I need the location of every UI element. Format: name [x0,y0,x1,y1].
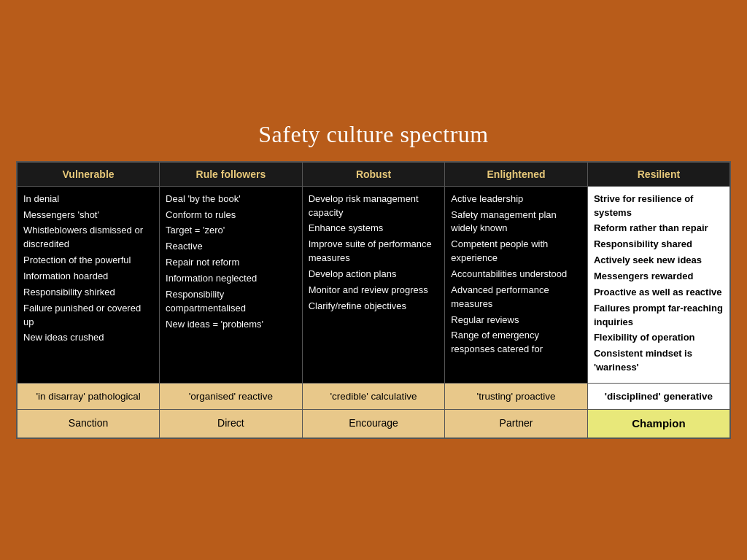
header-resilient: Resilient [587,162,730,187]
list-item: Clarify/refine objectives [309,300,439,314]
footer-enlightened: 'trusting' proactive [445,383,588,410]
list-item: Flexibility of operation [594,331,724,345]
list-item: Advanced performance measures [451,284,581,311]
main-content-row: In denialMessengers 'shot'Whistleblowers… [17,186,730,383]
list-item: Regular reviews [451,314,581,327]
list-item: Actively seek new ideas [594,254,724,268]
list-item: Protection of the powerful [23,254,153,268]
list-item: Failures prompt far-reaching inquiries [594,302,724,330]
list-item: Accountabilities understood [451,268,581,281]
sanction-enlightened: Partner [445,410,588,438]
list-item: Strive for resilience of systems [594,192,724,220]
header-enlightened: Enlightened [445,162,588,187]
main-container: Safety culture spectrum Vulnerable Rule … [16,121,731,439]
enlightened-column: Active leadershipSafety management plan … [445,186,588,383]
list-item: Improve suite of performance measures [309,238,439,265]
list-item: Consistent mindset is 'wariness' [594,347,724,375]
resilient-list: Strive for resilience of systemsReform r… [594,192,724,375]
vulnerable-column: In denialMessengers 'shot'Whistleblowers… [17,186,160,383]
list-item: Reactive [166,240,296,254]
header-robust: Robust [302,162,445,187]
rule-followers-column: Deal 'by the book'Conform to rulesTarget… [160,186,303,383]
list-item: Information hoarded [23,270,153,284]
list-item: Monitor and review progress [309,284,439,298]
robust-list: Develop risk management capacityEnhance … [309,192,439,314]
list-item: Repair not reform [166,256,296,270]
header-rule-followers: Rule followers [160,162,303,187]
page-title: Safety culture spectrum [16,121,731,148]
footer-robust: 'credible' calculative [302,383,445,410]
list-item: Whistleblowers dismissed or discredited [23,224,153,252]
list-item: Responsibility compartmentalised [166,288,296,316]
footer-vulnerable: 'in disarray' pathological [17,383,160,410]
list-item: Range of emergency responses catered for [451,329,581,357]
list-item: Develop risk management capacity [309,192,439,220]
sanction-vulnerable: Sanction [17,410,160,438]
list-item: Deal 'by the book' [166,192,296,206]
list-item: Safety management plan widely known [451,209,581,236]
list-item: New ideas crushed [23,331,153,345]
header-row: Vulnerable Rule followers Robust Enlight… [17,162,730,187]
list-item: Proactive as well as reactive [594,286,724,300]
list-item: Messengers rewarded [594,270,724,284]
safety-spectrum-table: Vulnerable Rule followers Robust Enlight… [16,161,731,439]
enlightened-list: Active leadershipSafety management plan … [451,192,581,357]
footer-row: 'in disarray' pathological 'organised' r… [17,383,730,410]
list-item: Responsibility shared [594,238,724,252]
list-item: Develop action plans [309,268,439,281]
list-item: Failure punished or covered up [23,302,153,330]
header-vulnerable: Vulnerable [17,162,160,187]
list-item: Active leadership [451,192,581,206]
list-item: Competent people with experience [451,238,581,265]
list-item: Reform rather than repair [594,222,724,236]
sanction-robust: Encourage [302,410,445,438]
list-item: Messengers 'shot' [23,209,153,222]
list-item: Responsibility shirked [23,286,153,300]
rule-followers-list: Deal 'by the book'Conform to rulesTarget… [166,192,296,332]
list-item: Target = 'zero' [166,224,296,238]
list-item: New ideas = 'problems' [166,318,296,332]
footer-resilient: 'disciplined' generative [587,383,730,410]
list-item: Conform to rules [166,209,296,222]
sanction-rule-followers: Direct [160,410,303,438]
vulnerable-list: In denialMessengers 'shot'Whistleblowers… [23,192,153,345]
robust-column: Develop risk management capacityEnhance … [302,186,445,383]
sanction-resilient: Champion [587,410,730,438]
list-item: In denial [23,192,153,206]
footer-rule-followers: 'organised' reactive [160,383,303,410]
resilient-column: Strive for resilience of systemsReform r… [587,186,730,383]
list-item: Information neglected [166,272,296,286]
list-item: Enhance systems [309,222,439,236]
sanction-row: Sanction Direct Encourage Partner Champi… [17,410,730,438]
